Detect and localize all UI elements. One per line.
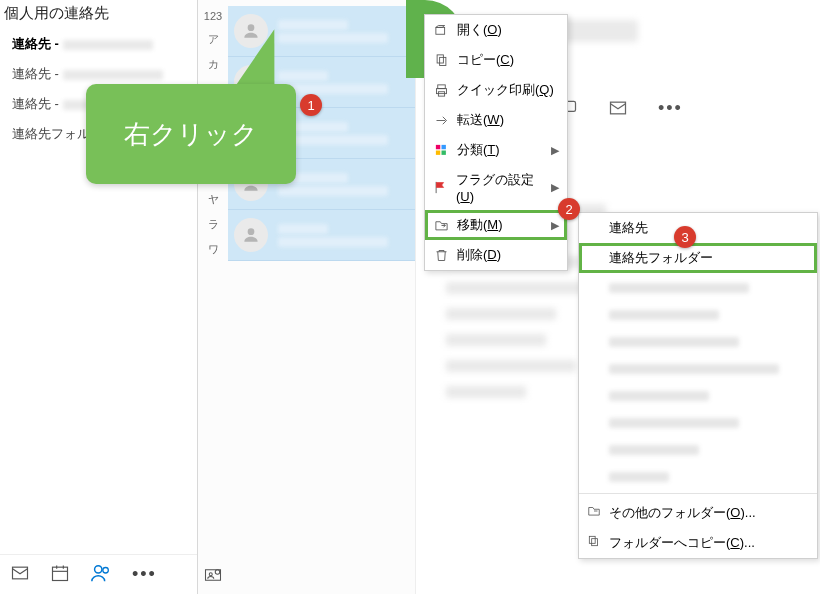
svg-rect-23 [435, 144, 439, 148]
context-menu: 開く(O) コピー(C) クイック印刷(Q) 転送(W) 分類(T) ▶ フラグ… [424, 14, 568, 271]
submenu-recent[interactable] [579, 300, 817, 327]
svg-rect-0 [13, 567, 28, 579]
print-icon [433, 82, 449, 98]
menu-flag[interactable]: フラグの設定(U) ▶ [425, 165, 567, 210]
callout-text: 右クリック [124, 117, 258, 152]
svg-point-14 [215, 570, 220, 575]
copy-icon [433, 52, 449, 68]
copy-folder-icon [587, 534, 601, 551]
submenu-recent[interactable] [579, 273, 817, 300]
submenu-recent[interactable] [579, 462, 817, 489]
svg-rect-26 [441, 150, 445, 154]
annotation-badge-3: 3 [674, 226, 696, 248]
alpha-item[interactable]: ワ [202, 242, 224, 257]
svg-rect-17 [435, 27, 444, 34]
svg-rect-24 [441, 144, 445, 148]
svg-rect-25 [435, 150, 439, 154]
chevron-right-icon: ▶ [551, 181, 559, 194]
avatar [234, 218, 268, 252]
calendar-icon[interactable] [50, 563, 70, 587]
menu-open[interactable]: 開く(O) [425, 15, 567, 45]
menu-copy[interactable]: コピー(C) [425, 45, 567, 75]
chevron-right-icon: ▶ [551, 144, 559, 157]
annotation-badge-2: 2 [558, 198, 580, 220]
alpha-item[interactable]: ア [202, 32, 224, 47]
svg-point-6 [103, 567, 109, 573]
delete-icon [433, 247, 449, 263]
menu-forward[interactable]: 転送(W) [425, 105, 567, 135]
mail-icon[interactable] [10, 563, 30, 587]
people-icon[interactable] [90, 562, 112, 588]
contact-card-icon[interactable] [204, 566, 222, 588]
submenu-contacts[interactable]: 連絡先 [579, 213, 817, 243]
svg-rect-16 [611, 102, 626, 114]
svg-point-13 [209, 573, 212, 576]
alpha-item[interactable]: 123 [202, 10, 224, 22]
submenu-recent[interactable] [579, 327, 817, 354]
list-item[interactable] [228, 210, 415, 261]
move-icon [433, 217, 449, 233]
submenu-recent[interactable] [579, 354, 817, 381]
menu-quick-print[interactable]: クイック印刷(Q) [425, 75, 567, 105]
submenu-copy-to-folder[interactable]: フォルダーへコピー(C)... [579, 528, 817, 558]
submenu-recent[interactable] [579, 381, 817, 408]
submenu-recent[interactable] [579, 435, 817, 462]
menu-move[interactable]: 移動(M) ▶ [425, 210, 567, 240]
svg-point-5 [95, 565, 102, 572]
svg-point-7 [248, 24, 255, 31]
svg-point-11 [248, 228, 255, 235]
folder-icon [587, 504, 601, 521]
more-icon[interactable]: ••• [132, 564, 157, 585]
svg-rect-1 [53, 567, 68, 580]
alpha-item[interactable]: ラ [202, 217, 224, 232]
menu-delete[interactable]: 削除(D) [425, 240, 567, 270]
forward-icon [433, 112, 449, 128]
annotation-callout: 右クリック [86, 84, 296, 184]
alpha-item[interactable]: ヤ [202, 192, 224, 207]
chevron-right-icon: ▶ [551, 219, 559, 232]
annotation-badge-1: 1 [300, 94, 322, 116]
submenu-other-folder[interactable]: その他のフォルダー(O)... [579, 498, 817, 528]
svg-rect-18 [437, 54, 443, 62]
svg-rect-27 [589, 536, 595, 543]
svg-rect-19 [439, 57, 445, 65]
menu-categorize[interactable]: 分類(T) ▶ [425, 135, 567, 165]
svg-rect-20 [437, 84, 445, 88]
categorize-icon [433, 142, 449, 158]
email-icon[interactable] [608, 98, 628, 122]
submenu-contacts-folder[interactable]: 連絡先フォルダー [579, 243, 817, 273]
svg-rect-28 [592, 539, 598, 546]
alpha-item[interactable]: カ [202, 57, 224, 72]
move-submenu: 連絡先 連絡先フォルダー その他のフォルダー(O)... フォルダーへコピー(C… [578, 212, 818, 559]
flag-icon [433, 180, 448, 196]
more-actions-icon[interactable]: ••• [658, 98, 683, 122]
submenu-recent[interactable] [579, 408, 817, 435]
nav-bottom-bar: ••• [0, 554, 197, 594]
sidebar-item-contacts-1[interactable]: 連絡先 - [0, 29, 197, 59]
sidebar-title: 個人用の連絡先 [0, 0, 197, 29]
open-icon [433, 22, 449, 38]
